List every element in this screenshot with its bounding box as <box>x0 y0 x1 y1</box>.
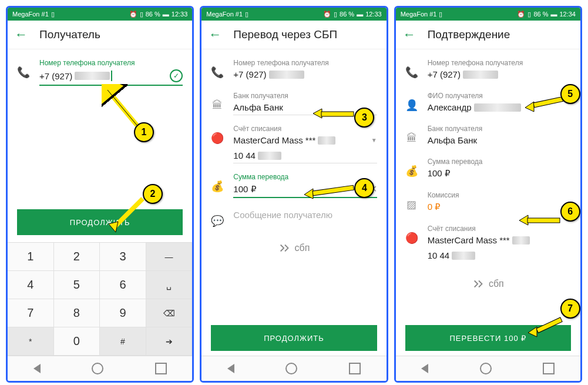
key-backspace[interactable]: ⌫ <box>146 299 193 327</box>
status-bar: MegaFon #1▯ ⏰▯86 %▬12:34 <box>396 8 580 21</box>
back-arrow-icon[interactable]: ← <box>209 27 221 42</box>
account-label: Счёт списания <box>233 125 377 133</box>
marker-6: 6 <box>560 202 580 222</box>
back-arrow-icon[interactable]: ← <box>403 27 416 42</box>
bank-label: Банк получателя <box>428 125 571 133</box>
phone-value: +7 (927) <box>233 67 377 82</box>
key-hash[interactable]: # <box>100 327 146 356</box>
key-4[interactable]: 4 <box>8 271 54 299</box>
svg-marker-11 <box>519 215 528 225</box>
bank-icon: 🏛 <box>211 99 224 112</box>
svg-marker-9 <box>525 102 534 112</box>
key-0[interactable]: 0 <box>54 327 100 356</box>
message-icon: 💬 <box>211 215 224 227</box>
message-input[interactable]: Сообщение получателю <box>233 207 377 222</box>
key-2[interactable]: 2 <box>54 243 100 271</box>
person-icon: 👤 <box>405 99 418 112</box>
amount-value: 100 ₽ <box>428 166 571 182</box>
svg-rect-14 <box>536 317 562 333</box>
screen-2-transfer: MegaFon #1▯ ⏰▯86 %▬12:33 ← Перевод через… <box>200 6 388 383</box>
sbp-logo: сбп <box>201 232 386 264</box>
nav-back[interactable] <box>33 364 41 373</box>
account-balance: 10 44 <box>233 148 377 163</box>
page-title: Получатель <box>39 28 100 41</box>
phone-icon: 📞 <box>405 66 418 79</box>
phone-icon: 📞 <box>211 66 224 79</box>
account-value[interactable]: MasterCard Mass ***▼ <box>233 133 377 148</box>
marker-7: 7 <box>560 299 580 319</box>
key-dash[interactable]: — <box>146 243 193 271</box>
status-bar: MegaFon #1▯ ⏰▯86 %▬12:33 <box>8 8 192 21</box>
key-star[interactable]: * <box>8 327 54 356</box>
svg-marker-7 <box>304 189 313 199</box>
key-6[interactable]: 6 <box>100 271 146 299</box>
nav-back[interactable] <box>227 364 234 373</box>
amount-label: Сумма перевода <box>233 173 377 181</box>
svg-rect-10 <box>533 97 563 108</box>
numeric-keypad: 123— 456␣ 789⌫ *0#➔ <box>8 242 192 356</box>
phone-label: Номер телефона получателя <box>39 59 183 67</box>
back-arrow-icon[interactable]: ← <box>15 27 28 42</box>
nav-back[interactable] <box>421 364 428 373</box>
card-icon: 🔴 <box>405 232 418 245</box>
phone-label: Номер телефона получателя <box>428 59 571 67</box>
screen-1-recipient: MegaFon #1▯ ⏰▯86 %▬12:33 ← Получатель 📞 … <box>6 6 194 383</box>
nav-home[interactable] <box>480 363 492 374</box>
page-title: Перевод через СБП <box>233 28 337 41</box>
svg-rect-12 <box>527 218 560 223</box>
screen-3-confirm: MegaFon #1▯ ⏰▯86 %▬12:34 ← Подтверждение… <box>394 6 582 383</box>
svg-rect-8 <box>313 185 354 196</box>
nav-recent[interactable] <box>349 363 361 374</box>
marker-2: 2 <box>143 184 163 204</box>
content: 📞 Номер телефона получателя +7 (927) 👤 Ф… <box>396 49 580 320</box>
android-nav <box>396 356 580 381</box>
header: ← Получатель <box>8 21 192 49</box>
phone-icon: 📞 <box>17 66 30 79</box>
phone-input[interactable]: +7 (927) ✓ <box>39 67 183 86</box>
svg-marker-5 <box>313 109 322 118</box>
svg-line-2 <box>107 90 137 125</box>
header: ← Перевод через СБП <box>201 21 386 49</box>
content: 📞 Номер телефона получателя +7 (927) ✓ <box>8 49 192 202</box>
key-enter[interactable]: ➔ <box>146 327 193 356</box>
continue-button[interactable]: ПРОДОЛЖИТЬ <box>211 325 377 351</box>
account-balance: 10 44 <box>428 248 571 263</box>
header: ← Подтверждение <box>396 21 580 49</box>
key-9[interactable]: 9 <box>100 299 146 327</box>
amount-label: Сумма перевода <box>428 158 571 166</box>
nav-recent[interactable] <box>155 363 167 374</box>
bank-icon: 🏛 <box>405 132 418 145</box>
nav-home[interactable] <box>92 363 103 374</box>
key-8[interactable]: 8 <box>54 299 100 327</box>
key-7[interactable]: 7 <box>8 299 54 327</box>
money-icon: 💰 <box>211 180 224 193</box>
nav-recent[interactable] <box>543 363 555 374</box>
continue-button[interactable]: ПРОДОЛЖИТЬ <box>17 209 183 235</box>
marker-5: 5 <box>560 84 580 104</box>
svg-marker-4 <box>109 222 118 232</box>
android-nav <box>201 356 386 381</box>
key-5[interactable]: 5 <box>54 271 100 299</box>
account-value: MasterCard Mass *** <box>428 233 571 248</box>
key-3[interactable]: 3 <box>100 243 146 271</box>
marker-1: 1 <box>134 122 154 142</box>
key-1[interactable]: 1 <box>8 243 54 271</box>
fee-label: Комиссия <box>428 191 571 199</box>
phone-value: +7 (927) <box>428 67 571 82</box>
fee-value: 0 ₽ <box>428 199 571 215</box>
page-title: Подтверждение <box>428 28 510 41</box>
key-space[interactable]: ␣ <box>146 271 193 299</box>
bank-value: Альфа Банк <box>428 133 571 148</box>
svg-marker-13 <box>528 327 537 337</box>
sbp-logo: сбп <box>396 268 580 300</box>
nav-home[interactable] <box>285 363 297 374</box>
card-icon: 🔴 <box>211 132 224 145</box>
check-icon: ✓ <box>170 69 183 82</box>
money-icon: 💰 <box>405 165 418 178</box>
svg-rect-6 <box>321 112 354 116</box>
status-bar: MegaFon #1▯ ⏰▯86 %▬12:33 <box>201 8 386 21</box>
android-nav <box>8 356 192 381</box>
percent-icon: ▨ <box>405 198 418 211</box>
phone-label: Номер телефона получателя <box>233 59 377 67</box>
bank-label: Банк получателя <box>233 92 377 100</box>
